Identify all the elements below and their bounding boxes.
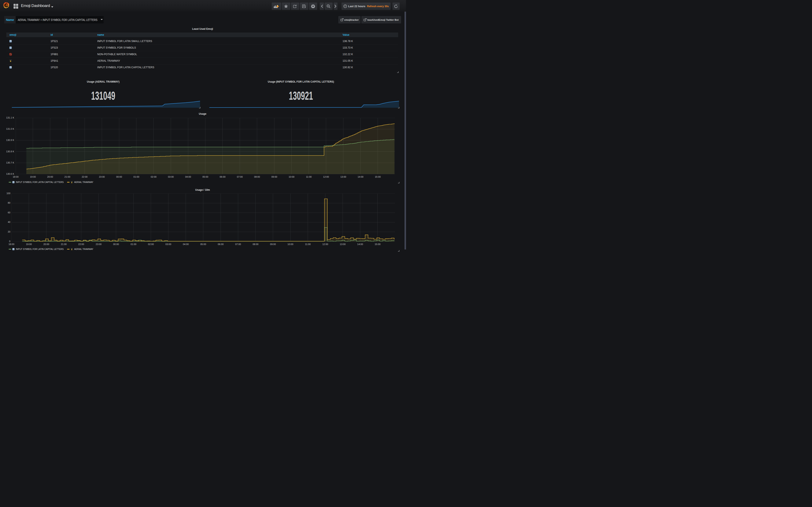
svg-text:c d: c d	[10, 41, 11, 42]
svg-text:&%: &%	[10, 48, 12, 49]
svg-text:C D: C D	[13, 182, 14, 183]
svg-text:C D: C D	[13, 249, 14, 250]
svg-text:C D: C D	[10, 67, 12, 69]
